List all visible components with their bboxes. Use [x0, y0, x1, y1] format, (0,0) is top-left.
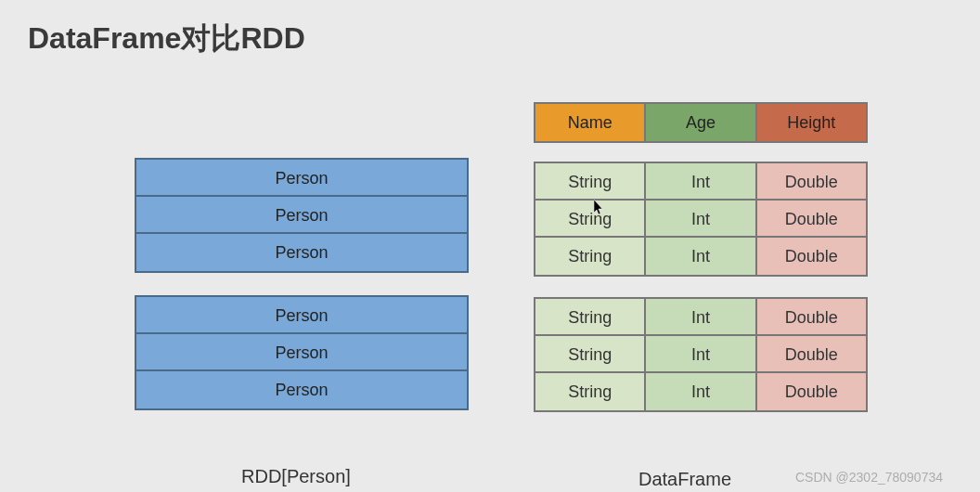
cell-height: Double [757, 373, 866, 410]
header-age: Age [646, 104, 756, 141]
dataframe-block-1: String Int Double String Int Double Stri… [534, 162, 868, 277]
dataframe-header: Name Age Height [534, 102, 868, 143]
table-row: String Int Double [535, 299, 866, 336]
dataframe-panel: Name Age Height String Int Double String… [534, 102, 868, 433]
cell-name: String [535, 336, 646, 373]
table-row: String Int Double [535, 373, 866, 410]
cell-age: Int [646, 163, 756, 201]
cell-height: Double [757, 238, 866, 275]
table-row: String Int Double [535, 238, 866, 275]
rdd-row: Person [136, 160, 467, 197]
watermark: CSDN @2302_78090734 [795, 470, 943, 485]
rdd-row: Person [136, 297, 467, 334]
table-row: String Int Double [535, 336, 866, 373]
dataframe-caption: DataFrame [638, 469, 731, 490]
table-row: String Int Double [535, 163, 866, 201]
rdd-row: Person [136, 371, 467, 408]
rdd-caption: RDD[Person] [241, 466, 351, 487]
cell-age: Int [646, 201, 756, 238]
rdd-row: Person [136, 234, 467, 271]
cell-age: Int [646, 299, 756, 336]
cell-name: String [535, 373, 646, 410]
cell-name: String [535, 163, 646, 201]
cell-height: Double [757, 201, 866, 238]
rdd-block-2: Person Person Person [135, 295, 469, 410]
cell-height: Double [757, 336, 866, 373]
table-row: String Int Double [535, 201, 866, 238]
rdd-row: Person [136, 334, 467, 371]
cell-height: Double [757, 299, 866, 336]
cell-height: Double [757, 163, 866, 201]
cell-age: Int [646, 336, 756, 373]
rdd-block-1: Person Person Person [135, 158, 469, 273]
header-height: Height [757, 104, 866, 141]
rdd-panel: Person Person Person Person Person Perso… [135, 158, 469, 410]
cell-name: String [535, 201, 646, 238]
cell-name: String [535, 299, 646, 336]
cell-age: Int [646, 373, 756, 410]
dataframe-block-2: String Int Double String Int Double Stri… [534, 297, 868, 412]
page-title: DataFrame对比RDD [28, 19, 305, 59]
cell-age: Int [646, 238, 756, 275]
rdd-row: Person [136, 197, 467, 234]
cell-name: String [535, 238, 646, 275]
header-name: Name [535, 104, 646, 141]
